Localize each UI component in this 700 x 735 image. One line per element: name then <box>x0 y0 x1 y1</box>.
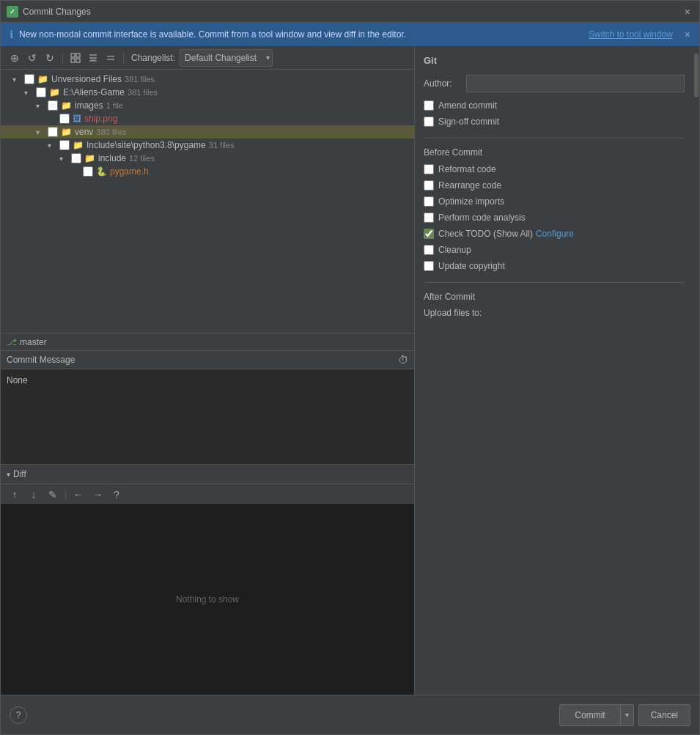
commit-dropdown-button[interactable]: ▾ <box>621 704 634 726</box>
close-icon[interactable]: × <box>682 6 693 18</box>
arrow-images: ▾ <box>36 102 45 110</box>
author-field-row: Author: <box>424 75 685 92</box>
checkbox-ship[interactable] <box>59 114 70 124</box>
app-icon: ✓ <box>7 6 18 18</box>
signoff-commit-label: Sign-off commit <box>438 117 499 127</box>
code-analysis-checkbox[interactable] <box>424 213 434 223</box>
refresh-button[interactable]: ↻ <box>42 50 58 66</box>
collapse-all-button[interactable] <box>103 50 119 66</box>
bottom-bar: ? Commit ▾ Cancel <box>1 695 699 734</box>
before-commit-label: Before Commit <box>424 147 685 158</box>
checkbox-pygame-h[interactable] <box>83 166 93 177</box>
count-unversioned: 381 files <box>125 75 155 84</box>
scrollbar-thumb <box>694 53 699 97</box>
rearrange-code-checkbox[interactable] <box>424 180 434 191</box>
code-analysis-row: Perform code analysis <box>424 212 685 224</box>
commit-message-area: Commit Message ⏱ None <box>1 350 414 464</box>
count-include: 12 files <box>129 154 155 163</box>
tree-item-ship-png[interactable]: ▶ 🖼 ship.png <box>1 112 414 125</box>
banner-close-icon[interactable]: × <box>685 29 690 40</box>
checkbox-include[interactable] <box>71 153 81 163</box>
undo-button[interactable]: ↺ <box>24 50 40 66</box>
after-commit-divider <box>424 282 685 283</box>
signoff-commit-checkbox[interactable] <box>424 117 434 127</box>
upload-files-row: Upload files to: <box>424 308 685 318</box>
commit-button[interactable]: Commit <box>559 704 620 726</box>
checkbox-images[interactable] <box>48 100 58 111</box>
tree-label-ship: ship.png <box>84 114 117 124</box>
checkbox-unversioned[interactable] <box>24 74 34 84</box>
diff-next-button[interactable]: → <box>89 487 106 502</box>
folder-icon-aliens: 📁 <box>49 87 60 97</box>
right-panel-scrollbar[interactable] <box>693 46 699 695</box>
update-copyright-checkbox[interactable] <box>424 261 434 271</box>
amend-commit-row: Amend commit <box>424 100 685 111</box>
optimize-imports-checkbox[interactable] <box>424 196 434 207</box>
tree-item-include[interactable]: ▾ 📁 include 12 files <box>1 152 414 165</box>
switch-to-tool-window-link[interactable]: Switch to tool window <box>589 29 673 40</box>
svg-rect-0 <box>71 53 75 57</box>
arrow-aliens-game: ▾ <box>24 89 33 97</box>
image-icon: 🖼 <box>73 114 81 124</box>
commit-history-icon[interactable]: ⏱ <box>398 354 408 366</box>
expand-all-button[interactable] <box>85 50 101 66</box>
cleanup-label: Cleanup <box>438 245 471 255</box>
folder-icon-images: 📁 <box>61 100 72 111</box>
check-todo-row: Check TODO (Show All) Configure <box>424 228 685 240</box>
diff-help-button[interactable]: ? <box>108 487 125 502</box>
changelist-select[interactable]: Default Changelist <box>180 49 273 67</box>
tree-item-venv[interactable]: ▾ 📁 venv 380 files <box>1 125 414 138</box>
check-todo-label: Check TODO (Show All) <box>438 229 533 239</box>
diff-up-button[interactable]: ↑ <box>7 487 23 502</box>
tree-item-aliens-game[interactable]: ▾ 📁 E:\Aliens-Game 381 files <box>1 86 414 99</box>
commit-message-input[interactable]: None <box>1 369 414 464</box>
diff-expand-arrow: ▾ <box>7 470 10 479</box>
commit-message-header: Commit Message ⏱ <box>1 351 414 369</box>
arrow-venv: ▾ <box>36 128 45 136</box>
rearrange-code-row: Rearrange code <box>424 180 685 191</box>
update-copyright-row: Update copyright <box>424 260 685 272</box>
diff-prev-button[interactable]: ← <box>70 487 86 502</box>
checkbox-aliens-game[interactable] <box>36 87 46 97</box>
tree-item-images[interactable]: ▾ 📁 images 1 file <box>1 99 414 112</box>
info-banner: ℹ New non-modal commit interface is avai… <box>1 23 699 46</box>
tree-item-pygame-h[interactable]: ▶ 🐍 pygame.h <box>1 165 414 178</box>
folder-icon-include: 📁 <box>84 153 95 163</box>
file-icon-pygame-h: 🐍 <box>96 166 107 177</box>
diff-toolbar: ↑ ↓ ✎ ← → ? <box>1 484 414 504</box>
toolbar-separator-1 <box>62 52 63 64</box>
before-commit-divider <box>424 138 685 138</box>
amend-commit-checkbox[interactable] <box>424 100 434 111</box>
toolbar-separator-2 <box>123 52 124 64</box>
after-commit-label: After Commit <box>424 292 685 302</box>
reformat-code-checkbox[interactable] <box>424 164 434 174</box>
diff-edit-button[interactable]: ✎ <box>45 487 61 502</box>
checkbox-venv[interactable] <box>48 127 58 137</box>
info-icon: ℹ <box>10 29 13 40</box>
checkbox-pygame[interactable] <box>59 140 70 150</box>
tree-label-pygame: Include\site\python3.8\pygame <box>86 140 206 150</box>
diff-header[interactable]: ▾ Diff <box>1 465 414 484</box>
cancel-button[interactable]: Cancel <box>638 704 690 726</box>
folder-icon: 📁 <box>37 74 48 84</box>
optimize-imports-label: Optimize imports <box>438 196 504 207</box>
cleanup-checkbox[interactable] <box>424 245 434 255</box>
changelist-select-wrapper[interactable]: Default Changelist <box>180 49 273 67</box>
tree-item-pygame[interactable]: ▾ 📁 Include\site\python3.8\pygame 31 fil… <box>1 138 414 152</box>
configure-link[interactable]: Configure <box>536 229 574 239</box>
group-by-button[interactable] <box>67 50 84 66</box>
right-panel-wrapper: Git Author: Amend commit Sign-off commit <box>415 46 699 695</box>
rearrange-code-label: Rearrange code <box>438 180 501 191</box>
svg-rect-2 <box>71 59 75 62</box>
update-copyright-label: Update copyright <box>438 261 505 271</box>
diff-down-button[interactable]: ↓ <box>26 487 42 502</box>
tree-item-unversioned[interactable]: ▾ 📁 Unversioned Files 381 files <box>1 73 414 86</box>
title-bar: ✓ Commit Changes × <box>1 1 699 23</box>
check-todo-checkbox[interactable] <box>424 229 434 239</box>
cleanup-row: Cleanup <box>424 244 685 256</box>
add-to-vcs-button[interactable]: ⊕ <box>7 50 23 66</box>
file-tree: ▾ 📁 Unversioned Files 381 files ▾ 📁 E:\A… <box>1 70 414 333</box>
branch-bar: ⎇ master <box>1 333 414 350</box>
help-button[interactable]: ? <box>10 706 27 724</box>
author-input[interactable] <box>466 75 685 92</box>
